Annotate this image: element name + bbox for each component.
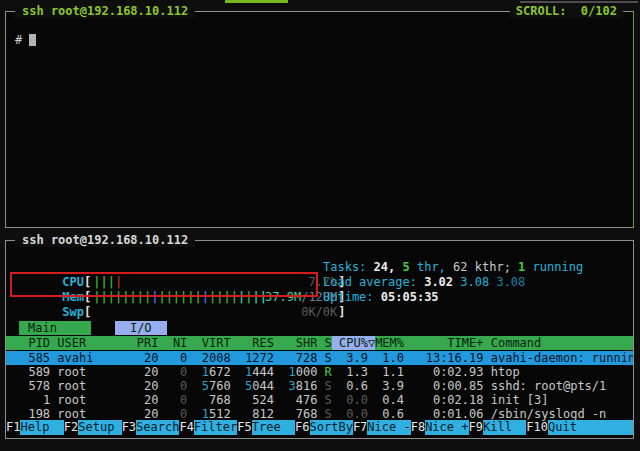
tab-main[interactable]: Main [19, 321, 91, 335]
cell-res: 524 [231, 393, 274, 407]
column-header-pid[interactable]: PID [14, 336, 50, 350]
cell-shr: 476 [274, 393, 317, 407]
column-header-virt[interactable]: VIRT [187, 336, 230, 350]
cell-cpu: 0.0 [332, 407, 368, 421]
column-header-user[interactable]: USER [50, 336, 129, 350]
thousands-digit: 3 [288, 379, 295, 393]
fkey-number: F1 [6, 420, 20, 435]
stat-segment: 05:05:35 [381, 290, 439, 304]
column-header-pri[interactable]: PRI [130, 336, 159, 350]
cell-pid: 198 [14, 407, 50, 421]
cell-ni: 0 [158, 379, 187, 393]
cell-sort [368, 407, 375, 421]
cell-mem: 0.4 [375, 393, 411, 407]
tab-i-o[interactable]: I/O [115, 321, 167, 335]
stat-segment: Load average: [323, 275, 424, 289]
process-row-578[interactable]: 578root200576050443816S0.63.90:00.85sshd… [6, 379, 633, 393]
cell-cpu: 0.6 [332, 379, 368, 393]
swap-meter-label: Swp [62, 305, 84, 319]
tasks-stat: Tasks: 24, 5 thr, 62 kthr; 1 running [323, 260, 583, 275]
text-cursor [29, 34, 36, 46]
stat-segment: 3.08 [460, 275, 496, 289]
cell-ni: 0 [158, 365, 187, 379]
process-row-198[interactable]: 198root2001512812768S0.00.60:01.06/sbin/… [6, 407, 633, 421]
cell-mem: 0.6 [375, 407, 411, 421]
column-header-mem[interactable]: MEM% [375, 336, 411, 350]
fkey-label: Search [136, 420, 179, 435]
thousands-digit: 1 [202, 407, 209, 421]
cell-ni: 0 [158, 393, 187, 407]
cell-user: root [50, 365, 129, 379]
cell-pri: 20 [130, 379, 159, 393]
cell-pid: 578 [14, 379, 50, 393]
uptime-stat: Uptime: 05:05:35 [323, 290, 439, 305]
fkey-quit[interactable]: F10Quit [526, 420, 633, 435]
cell-time: 0:01.06 [411, 407, 483, 421]
process-row-589[interactable]: 589root200167214441000R1.31.10:02.93htop [6, 365, 633, 379]
cell-ni: 0 [158, 407, 187, 421]
column-header-sort: ▽ [368, 336, 375, 350]
cell-pid: 585 [14, 351, 50, 365]
cell-cmd: sshd: root@pts/1 [483, 379, 633, 393]
column-header-s[interactable]: S [317, 336, 331, 350]
bracket-close: ] [338, 305, 345, 319]
column-header-shr[interactable]: SHR [274, 336, 317, 350]
stat-segment: 5 [402, 260, 409, 274]
stat-segment: 62 kthr; [453, 260, 518, 274]
fkey-label: Filter [194, 420, 237, 435]
cell-ni: 0 [158, 351, 187, 365]
process-row-1[interactable]: 1root200768524476S0.00.40:02.18init [3] [6, 393, 633, 407]
cell-s: S [317, 407, 331, 421]
cell-mem: 1.1 [375, 365, 411, 379]
cell-cmd: /sbin/syslogd -n [483, 407, 633, 421]
fkey-number: F4 [179, 420, 193, 435]
cell-s: S [317, 393, 331, 407]
cell-pri: 20 [130, 393, 159, 407]
cell-mem: 1.0 [375, 351, 411, 365]
cell-shr: 728 [274, 351, 317, 365]
cell-shr: 768 [274, 407, 317, 421]
column-header-ni[interactable]: NI [158, 336, 187, 350]
fkey-label: Nice + [425, 420, 468, 435]
fkey-kill[interactable]: F9Kill [469, 420, 527, 435]
cell-pri: 20 [130, 351, 159, 365]
thousands-digit: 5 [202, 379, 209, 393]
fkey-help[interactable]: F1Help [6, 420, 64, 435]
top-pane-title: ssh root@192.168.10.112 [15, 4, 195, 18]
process-row-585[interactable]: 585avahi20020081272728S3.91.013:16.19ava… [6, 351, 633, 365]
fkey-number: F6 [295, 420, 309, 435]
cell-user: root [50, 407, 129, 421]
fkey-filter[interactable]: F4Filter [179, 420, 237, 435]
cell-res: 1444 [231, 365, 274, 379]
fkey-search[interactable]: F3Search [122, 420, 180, 435]
column-header-cmd[interactable]: Command [483, 336, 633, 350]
stat-segment: 3.02 [424, 275, 460, 289]
fkey-label: Nice - [367, 420, 410, 435]
cell-time: 13:16.19 [411, 351, 483, 365]
cell-sort [368, 393, 375, 407]
cell-virt: 1672 [187, 365, 230, 379]
thousands-digit: 5 [245, 379, 252, 393]
fkey-tree[interactable]: F5Tree [237, 420, 295, 435]
stat-segment: Tasks: [323, 260, 374, 274]
column-header-res[interactable]: RES [231, 336, 274, 350]
column-header-time[interactable]: TIME+ [411, 336, 483, 350]
cell-cpu: 3.9 [332, 351, 368, 365]
column-header-cpu[interactable]: CPU% [332, 336, 368, 350]
cell-cmd: htop [483, 365, 633, 379]
fkey-label: Tree [252, 420, 295, 435]
terminal-pane-bottom: ssh root@192.168.10.112 CPU[||||7.7%] Ta… [5, 240, 634, 439]
stat-segment: 24, [374, 260, 403, 274]
fkey-nice-[interactable]: F8Nice + [411, 420, 469, 435]
thousands-digit: 1 [202, 365, 209, 379]
cell-shr: 1000 [274, 365, 317, 379]
swap-meter: 0K/0K [91, 305, 338, 320]
cpu-meter-row: CPU[||||7.7%] Tasks: 24, 5 thr, 62 kthr;… [19, 260, 631, 275]
fkey-sortby[interactable]: F6SortBy [295, 420, 353, 435]
thousands-digit: 1 [288, 365, 295, 379]
cell-virt: 768 [187, 393, 230, 407]
mem-meter-row: Mem[||||||||||||||||||||||||37.9M/128M] … [19, 275, 631, 290]
load-average-stat: Load average: 3.02 3.08 3.08 [323, 275, 525, 290]
fkey-setup[interactable]: F2Setup [64, 420, 122, 435]
fkey-nice-[interactable]: F7Nice - [353, 420, 411, 435]
